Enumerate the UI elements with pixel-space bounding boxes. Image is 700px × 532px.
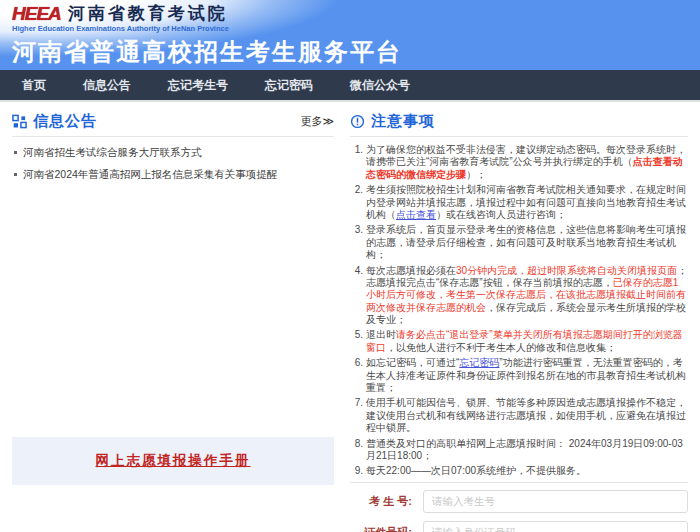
plain-text: 每次志愿填报必须在 — [366, 265, 456, 276]
nav-item-forgot-candidate-id[interactable]: 忘记考生号 — [168, 77, 228, 94]
plain-text: ）； — [466, 169, 486, 180]
logo: HEEA 河南省教育考试院 — [12, 4, 228, 24]
manual-box: 网上志愿填报操作手册 — [12, 437, 334, 485]
plain-text: 普通类及对口的高职单招网上志愿填报时间： 2024年03月19日09:00-03… — [366, 438, 683, 461]
heea-logo-icon: HEEA — [12, 4, 61, 24]
notice-number: 2. — [350, 184, 363, 221]
announcements-header: 信息公告 更多≫ — [12, 112, 334, 137]
notice-text: 退出时请务必点击“退出登录”菜单并关闭所有填报志愿期间打开的浏览器窗口，以免他人… — [366, 329, 688, 354]
bullet-icon — [14, 151, 17, 154]
announcement-item[interactable]: 河南省招生考试综合服务大厅联系方式 — [12, 146, 334, 160]
notice-text: 如忘记密码，可通过“忘记密码”功能进行密码重置，无法重置密码的，考生本人持准考证… — [366, 357, 688, 394]
plain-text: ，以免他人进行不利于考生本人的修改和信息收集； — [386, 342, 616, 353]
announcements-panel: 信息公告 更多≫ 河南省招生考试综合服务大厅联系方式河南省2024年普通高招网上… — [12, 112, 334, 532]
notice-number: 3. — [350, 224, 363, 261]
notice-text: 登录系统后，首页显示登录考生的资格信息，这些信息将影响考生可填报的志愿，请登录后… — [366, 224, 688, 261]
form-row-id-number: 证件号码: — [350, 521, 688, 532]
notice-item: 5.退出时请务必点击“退出登录”菜单并关闭所有填报志愿期间打开的浏览器窗口，以免… — [350, 329, 688, 354]
nav-item-announcements[interactable]: 信息公告 — [83, 77, 131, 94]
notices-panel: 注意事项 1.为了确保您的权益不受非法侵害，建议绑定动态密码。每次登录系统时，请… — [350, 112, 688, 532]
notice-item: 8.普通类及对口的高职单招网上志愿填报时间： 2024年03月19日09:00-… — [350, 438, 688, 463]
notice-number: 6. — [350, 357, 363, 394]
inline-link[interactable]: 忘记密码 — [459, 357, 499, 368]
notice-text: 每天22:00——次日07:00系统维护，不提供服务。 — [366, 465, 688, 477]
notice-number: 9. — [350, 465, 363, 477]
id-number-input[interactable] — [423, 521, 688, 532]
notice-item: 2.考生须按照院校招生计划和河南省教育考试院相关通知要求，在规定时间内登录网站并… — [350, 184, 688, 221]
notice-text: 每次志愿填报必须在30分钟内完成，超过时限系统将自动关闭填报页面；志愿填报完点击… — [366, 265, 688, 327]
header-banner: HEEA 河南省教育考试院 Higher Education Examinati… — [0, 0, 700, 70]
site-title: 河南省普通高校招生考生服务平台 — [12, 36, 402, 68]
announcement-list: 河南省招生考试综合服务大厅联系方式河南省2024年普通高招网上报名信息采集有关事… — [12, 146, 334, 181]
notices-header: 注意事项 — [350, 112, 688, 137]
candidate-id-input[interactable] — [423, 490, 688, 513]
plain-text: 使用手机可能因信号、锁屏、节能等多种原因造成志愿填报操作不稳定，建议使用台式机和… — [366, 397, 686, 433]
plain-text: ）或在线咨询人员进行咨询； — [436, 209, 566, 220]
notice-item: 1.为了确保您的权益不受非法侵害，建议绑定动态密码。每次登录系统时，请携带已关注… — [350, 144, 688, 181]
candidate-id-label: 考 生 号: — [350, 494, 412, 509]
notice-text: 为了确保您的权益不受非法侵害，建议绑定动态密码。每次登录系统时，请携带已关注“河… — [366, 144, 688, 181]
id-number-label: 证件号码: — [350, 525, 412, 532]
notice-number: 4. — [350, 265, 363, 327]
plain-text: 如忘记密码，可通过“ — [366, 357, 459, 368]
notices-title: 注意事项 — [371, 112, 435, 131]
notice-list: 1.为了确保您的权益不受非法侵害，建议绑定动态密码。每次登录系统时，请携带已关注… — [350, 144, 688, 478]
highlighted-text: 30分钟内完成，超过时限系统将自动关闭填报页面 — [456, 265, 677, 276]
plain-text: 登录系统后，首页显示登录考生的资格信息，这些信息将影响考生可填报的志愿，请登录后… — [366, 224, 686, 260]
content-area: 信息公告 更多≫ 河南省招生考试综合服务大厅联系方式河南省2024年普通高招网上… — [0, 102, 700, 532]
announcement-text: 河南省2024年普通高招网上报名信息采集有关事项提醒 — [23, 168, 277, 182]
notice-item: 9.每天22:00——次日07:00系统维护，不提供服务。 — [350, 465, 688, 477]
inline-link[interactable]: 点击查看 — [396, 209, 436, 220]
manual-link[interactable]: 网上志愿填报操作手册 — [96, 452, 251, 470]
notice-item: 4.每次志愿填报必须在30分钟内完成，超过时限系统将自动关闭填报页面；志愿填报完… — [350, 265, 688, 327]
notice-text: 使用手机可能因信号、锁屏、节能等多种原因造成志愿填报操作不稳定，建议使用台式机和… — [366, 397, 688, 434]
login-form: 考 生 号:证件号码:登录密码:验 证 码:点击进行验证 — [350, 482, 688, 532]
notice-number: 1. — [350, 144, 363, 181]
notice-text: 考生须按照院校招生计划和河南省教育考试院相关通知要求，在规定时间内登录网站并填报… — [366, 184, 688, 221]
nav-item-home[interactable]: 首页 — [22, 77, 46, 94]
info-icon — [350, 114, 365, 129]
more-link[interactable]: 更多≫ — [300, 114, 334, 129]
notice-text: 普通类及对口的高职单招网上志愿填报时间： 2024年03月19日09:00-03… — [366, 438, 688, 463]
notice-item: 3.登录系统后，首页显示登录考生的资格信息，这些信息将影响考生可填报的志愿，请登… — [350, 224, 688, 261]
nav-item-forgot-password[interactable]: 忘记密码 — [265, 77, 313, 94]
bullet-icon — [14, 173, 17, 176]
org-name: 河南省教育考试院 — [68, 4, 228, 24]
notice-number: 7. — [350, 397, 363, 434]
plain-text: 每天22:00——次日07:00系统维护，不提供服务。 — [366, 465, 586, 476]
notice-item: 7.使用手机可能因信号、锁屏、节能等多种原因造成志愿填报操作不稳定，建议使用台式… — [350, 397, 688, 434]
notice-number: 8. — [350, 438, 363, 463]
form-row-candidate-id: 考 生 号: — [350, 490, 688, 513]
plain-text: 退出时 — [366, 329, 396, 340]
notice-item: 6.如忘记密码，可通过“忘记密码”功能进行密码重置，无法重置密码的，考生本人持准… — [350, 357, 688, 394]
main-nav: 首页信息公告忘记考生号忘记密码微信公众号 — [0, 70, 700, 102]
org-name-english: Higher Education Examinations Authority … — [12, 24, 229, 33]
announcement-item[interactable]: 河南省2024年普通高招网上报名信息采集有关事项提醒 — [12, 168, 334, 182]
nav-item-wechat-official[interactable]: 微信公众号 — [350, 77, 410, 94]
announcements-title: 信息公告 — [33, 112, 97, 131]
notice-number: 5. — [350, 329, 363, 354]
announcement-text: 河南省招生考试综合服务大厅联系方式 — [23, 146, 202, 160]
grid-icon — [12, 114, 27, 129]
